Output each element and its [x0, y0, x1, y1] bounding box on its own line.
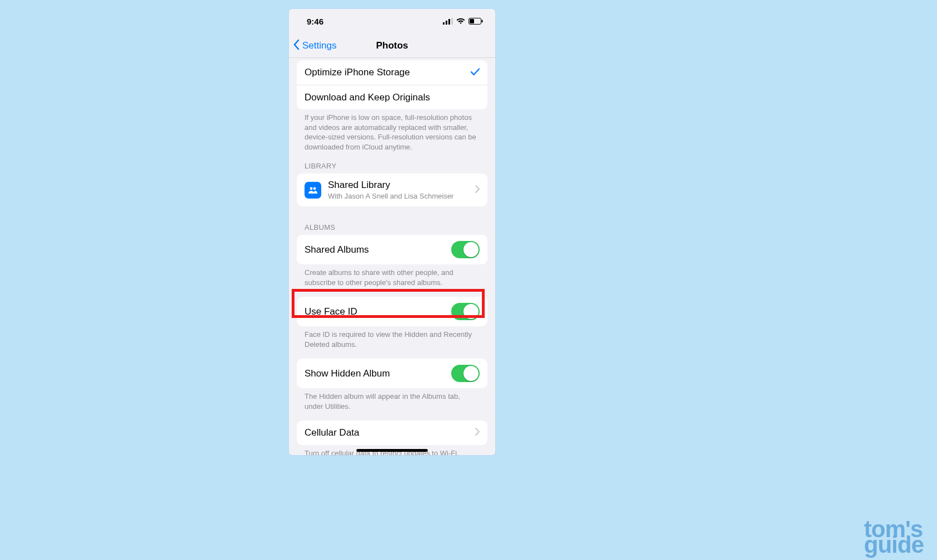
watermark-line2: guide — [864, 536, 924, 554]
nav-bar: Settings Photos — [289, 33, 495, 58]
shared-albums-toggle[interactable] — [451, 241, 480, 258]
faceid-group: Use Face ID — [297, 297, 487, 326]
chevron-right-icon — [475, 427, 480, 438]
hidden-album-group: Show Hidden Album — [297, 359, 487, 388]
shared-library-title: Shared Library — [328, 180, 475, 191]
cellular-icon — [443, 18, 453, 25]
storage-footer: If your iPhone is low on space, full-res… — [289, 109, 495, 152]
wifi-icon — [456, 18, 465, 25]
settings-scroll[interactable]: Optimize iPhone Storage Download and Kee… — [289, 58, 495, 455]
svg-rect-0 — [443, 22, 445, 25]
show-hidden-row[interactable]: Show Hidden Album — [297, 359, 487, 388]
library-header: LIBRARY — [289, 152, 495, 173]
storage-group: Optimize iPhone Storage Download and Kee… — [297, 60, 487, 109]
svg-rect-2 — [448, 19, 450, 25]
library-group: Shared Library With Jason A Snell and Li… — [297, 173, 487, 206]
shared-library-icon — [305, 182, 321, 199]
chevron-right-icon — [475, 185, 480, 196]
cellular-data-label: Cellular Data — [305, 427, 475, 438]
shared-albums-label: Shared Albums — [305, 244, 451, 255]
albums-header: ALBUMS — [289, 206, 495, 235]
faceid-footer: Face ID is required to view the Hidden a… — [289, 326, 495, 349]
watermark: tom's guide — [864, 520, 924, 555]
shared-albums-group: Shared Albums — [297, 235, 487, 264]
status-time: 9:46 — [307, 17, 323, 26]
svg-rect-6 — [482, 20, 483, 23]
iphone-frame: 9:46 Settings Photos Optimize iPhon — [289, 9, 495, 455]
status-bar: 9:46 — [289, 9, 495, 33]
cellular-data-row[interactable]: Cellular Data — [297, 421, 487, 445]
use-faceid-toggle[interactable] — [451, 303, 480, 320]
svg-rect-1 — [446, 21, 447, 25]
download-originals-label: Download and Keep Originals — [305, 92, 480, 103]
shared-albums-footer: Create albums to share with other people… — [289, 264, 495, 287]
status-right — [443, 18, 483, 25]
cellular-group: Cellular Data — [297, 421, 487, 445]
page-title: Photos — [289, 33, 495, 58]
show-hidden-footer: The Hidden album will appear in the Albu… — [289, 388, 495, 411]
use-faceid-label: Use Face ID — [305, 306, 451, 317]
battery-icon — [468, 18, 483, 25]
svg-rect-3 — [451, 18, 453, 25]
svg-point-7 — [310, 187, 313, 190]
shared-library-subtitle: With Jason A Snell and Lisa Schmeiser — [328, 192, 475, 200]
show-hidden-label: Show Hidden Album — [305, 368, 451, 379]
optimize-storage-row[interactable]: Optimize iPhone Storage — [297, 60, 487, 85]
optimize-storage-label: Optimize iPhone Storage — [305, 67, 471, 78]
show-hidden-toggle[interactable] — [451, 365, 480, 382]
svg-point-8 — [313, 187, 316, 190]
check-icon — [471, 67, 480, 79]
shared-library-row[interactable]: Shared Library With Jason A Snell and Li… — [297, 173, 487, 206]
shared-albums-row[interactable]: Shared Albums — [297, 235, 487, 264]
use-faceid-row[interactable]: Use Face ID — [297, 297, 487, 326]
home-indicator[interactable] — [356, 449, 428, 452]
svg-rect-5 — [470, 19, 474, 23]
download-originals-row[interactable]: Download and Keep Originals — [297, 85, 487, 109]
